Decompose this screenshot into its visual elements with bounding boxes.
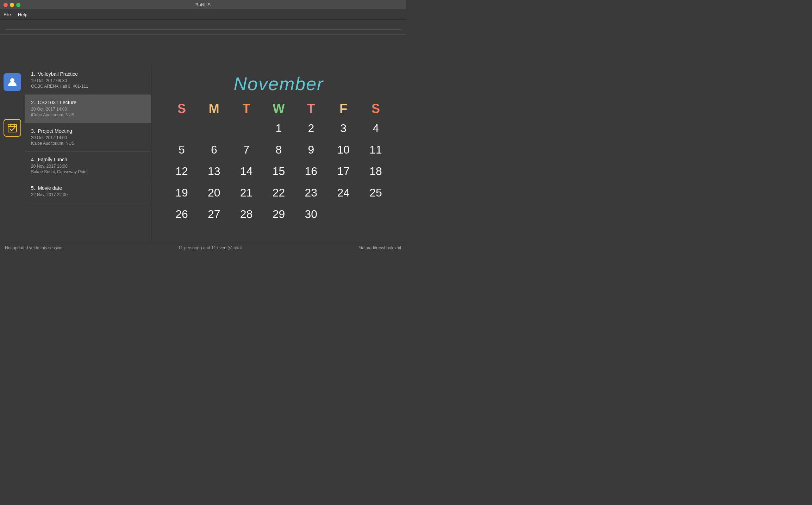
day-10[interactable]: 10 <box>327 141 360 158</box>
event-date: 20 Nov, 2017 13:00 <box>31 164 145 169</box>
calendar-days-grid: 1234567891011121314151617181920212223242… <box>165 120 392 223</box>
menu-help[interactable]: Help <box>18 12 27 17</box>
minimize-button[interactable] <box>10 3 14 7</box>
day-empty <box>165 120 198 137</box>
event-item[interactable]: 4. Family Lunch 20 Nov, 2017 13:00 Sakae… <box>25 152 151 180</box>
close-button[interactable] <box>4 3 8 7</box>
day-empty <box>198 120 230 137</box>
menu-file[interactable]: File <box>4 12 11 17</box>
day-16[interactable]: 16 <box>295 163 327 180</box>
day-27[interactable]: 27 <box>198 206 230 223</box>
day-13[interactable]: 13 <box>198 163 230 180</box>
event-item[interactable]: 2. CS2103T Lecture 20 Oct, 2017 14:00 iC… <box>25 95 151 123</box>
title-bar: BoNUS <box>0 0 406 10</box>
svg-rect-1 <box>8 124 17 132</box>
day-28[interactable]: 28 <box>230 206 263 223</box>
calendar-month-title: November <box>165 73 392 94</box>
event-title: 3. Project Meeting <box>31 128 145 134</box>
day-15[interactable]: 15 <box>263 163 295 180</box>
event-list: 1. Volleyball Practice 19 Oct, 2017 08:3… <box>25 66 151 243</box>
day-26[interactable]: 26 <box>165 206 198 223</box>
day-11[interactable]: 11 <box>360 141 392 158</box>
calendar-header-row: SMTWTFS <box>165 101 392 116</box>
event-date: 20 Oct, 2017 14:00 <box>31 135 145 140</box>
event-title: 1. Volleyball Practice <box>31 71 145 77</box>
day-6[interactable]: 6 <box>198 141 230 158</box>
event-date: 19 Oct, 2017 08:30 <box>31 78 145 83</box>
day-29[interactable]: 29 <box>263 206 295 223</box>
day-9[interactable]: 9 <box>295 141 327 158</box>
event-item[interactable]: 1. Volleyball Practice 19 Oct, 2017 08:3… <box>25 66 151 95</box>
day-19[interactable]: 19 <box>165 184 198 201</box>
search-bar <box>0 20 406 35</box>
day-20[interactable]: 20 <box>198 184 230 201</box>
event-title: 2. CS2103T Lecture <box>31 100 145 105</box>
event-location: OCBC ARENA Hall 3, #01-111 <box>31 84 145 89</box>
day-4[interactable]: 4 <box>360 120 392 137</box>
calendar-grid: SMTWTFS 12345678910111213141516171819202… <box>165 101 392 223</box>
day-8[interactable]: 8 <box>263 141 295 158</box>
event-location: Sakae Sushi, Causeway Point <box>31 169 145 174</box>
day-21[interactable]: 21 <box>230 184 263 201</box>
day-12[interactable]: 12 <box>165 163 198 180</box>
day-22[interactable]: 22 <box>263 184 295 201</box>
app-title: BoNUS <box>195 2 211 7</box>
menu-bar: File Help <box>0 10 406 20</box>
top-area <box>0 35 406 66</box>
status-bar: Not updated yet in this session 11 perso… <box>0 243 406 252</box>
day-header-thu: T <box>295 101 327 116</box>
event-title: 5. Movie date <box>31 185 145 191</box>
status-center: 11 person(s) and 11 event(s) total <box>178 245 242 250</box>
window-controls[interactable] <box>4 3 20 7</box>
day-17[interactable]: 17 <box>327 163 360 180</box>
event-date: 20 Oct, 2017 14:00 <box>31 107 145 112</box>
day-empty <box>327 206 360 223</box>
day-2[interactable]: 2 <box>295 120 327 137</box>
day-empty <box>360 206 392 223</box>
maximize-button[interactable] <box>16 3 20 7</box>
calendar-icon-button[interactable] <box>4 119 21 137</box>
day-header-sat: S <box>360 101 392 116</box>
day-7[interactable]: 7 <box>230 141 263 158</box>
status-left: Not updated yet in this session <box>5 245 62 250</box>
day-23[interactable]: 23 <box>295 184 327 201</box>
day-header-mon: M <box>198 101 230 116</box>
day-5[interactable]: 5 <box>165 141 198 158</box>
status-right: ./data/addressbook.xml <box>357 245 401 250</box>
event-item[interactable]: 5. Movie date 22 Nov, 2017 22:00 <box>25 180 151 203</box>
event-location: iCube Auditorium, NUS <box>31 112 145 117</box>
event-location: iCube Auditorium, NUS <box>31 141 145 146</box>
day-header-tue: T <box>230 101 263 116</box>
day-25[interactable]: 25 <box>360 184 392 201</box>
day-header-wed: W <box>263 101 295 116</box>
day-3[interactable]: 3 <box>327 120 360 137</box>
day-1[interactable]: 1 <box>263 120 295 137</box>
calendar-panel: November SMTWTFS 12345678910111213141516… <box>151 66 406 243</box>
event-items-container: 1. Volleyball Practice 19 Oct, 2017 08:3… <box>25 66 151 203</box>
day-24[interactable]: 24 <box>327 184 360 201</box>
contacts-icon-button[interactable] <box>4 73 21 91</box>
day-header-sun: S <box>165 101 198 116</box>
main-content: 1. Volleyball Practice 19 Oct, 2017 08:3… <box>0 66 406 243</box>
day-14[interactable]: 14 <box>230 163 263 180</box>
day-header-fri: F <box>327 101 360 116</box>
search-input[interactable] <box>5 23 401 30</box>
day-empty <box>230 120 263 137</box>
sidebar <box>0 66 25 243</box>
event-item[interactable]: 3. Project Meeting 20 Oct, 2017 14:00 iC… <box>25 123 151 152</box>
day-18[interactable]: 18 <box>360 163 392 180</box>
event-date: 22 Nov, 2017 22:00 <box>31 192 145 197</box>
event-title: 4. Family Lunch <box>31 157 145 162</box>
day-30[interactable]: 30 <box>295 206 327 223</box>
